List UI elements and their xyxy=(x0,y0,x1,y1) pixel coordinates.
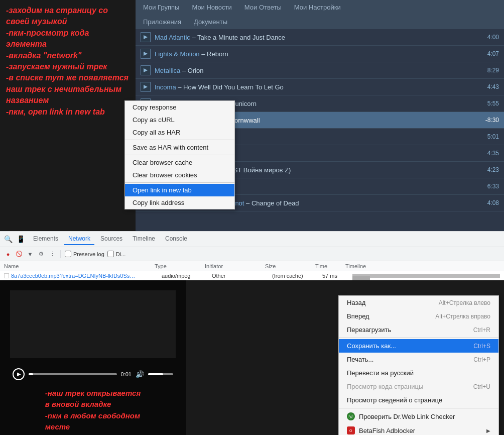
menu-view-source-shortcut: Ctrl+U xyxy=(473,383,490,390)
nav-groups[interactable]: Мои Группы xyxy=(141,2,182,13)
video-controls: ▶ 0:01 🔊 xyxy=(13,368,173,380)
menu-copy-link[interactable]: Copy link address xyxy=(125,196,234,209)
nav-settings[interactable]: Мои Настройки xyxy=(292,2,343,13)
search-icon[interactable]: 🔍 xyxy=(4,235,13,243)
music-nav: Мои Группы Мои Новости Мои Ответы Мои На… xyxy=(136,0,504,15)
track-duration-9: 4:23 xyxy=(479,166,499,173)
play-button[interactable]: ▶ xyxy=(13,368,25,380)
mobile-icon[interactable]: 📱 xyxy=(17,235,25,243)
menu-save-as-shortcut: Ctrl+S xyxy=(473,343,490,350)
tab-elements[interactable]: Elements xyxy=(29,233,62,245)
menu-view-source[interactable]: Просмотр кода страницы Ctrl+U xyxy=(339,380,498,393)
menu-forward-shortcut: Alt+Стрелка вправо xyxy=(435,313,490,320)
nav-apps[interactable]: Приложения xyxy=(141,17,184,27)
track-4[interactable]: Incoma – How Well Did You Learn To Let G… xyxy=(136,79,504,95)
menu-print[interactable]: Печать... Ctrl+P xyxy=(339,353,498,366)
bottom-line-3: -пкм в любом свободном xyxy=(45,410,141,422)
track-3[interactable]: Metallica – Orion 8:29 xyxy=(136,62,504,79)
track-duration-6: -8:30 xyxy=(479,117,499,124)
menu-clear-cache[interactable]: Clear browser cache xyxy=(125,156,234,169)
progress-bar[interactable] xyxy=(29,373,117,375)
progress-fill xyxy=(29,373,33,375)
menu-drweb-inner: W Проверить Dr.Web Link Checker xyxy=(347,412,455,420)
menu-drweb[interactable]: W Проверить Dr.Web Link Checker xyxy=(339,409,498,423)
menu-save-as[interactable]: Сохранить как... Ctrl+S xyxy=(339,339,498,353)
menu-save-har[interactable]: Save as HAR with content xyxy=(125,141,234,154)
menu-print-label: Печать... xyxy=(347,356,373,363)
nav-docs[interactable]: Документы xyxy=(191,17,230,27)
filter-icon[interactable]: ▼ xyxy=(26,250,34,258)
menu-betafish[interactable]: O BetaFish Adblocker ▶ xyxy=(339,423,498,435)
menu-clear-cookies[interactable]: Clear browser cookies xyxy=(125,169,234,181)
play-icon-4 xyxy=(141,82,151,92)
track-2[interactable]: Lights & Motion – Reborn 4:07 xyxy=(136,46,504,62)
network-row-type: audio/mpeg xyxy=(162,273,212,279)
col-header-timeline: Timeline xyxy=(345,263,500,269)
nav-news[interactable]: Мои Новости xyxy=(189,2,234,13)
svg-marker-3 xyxy=(144,85,148,89)
annotation-line-5: -в списке тут же появляется наш трек с н… xyxy=(6,72,130,106)
menu-forward[interactable]: Вперед Alt+Стрелка вправо xyxy=(339,309,498,323)
menu-translate-label: Перевести на русский xyxy=(347,369,414,377)
video-player xyxy=(10,290,176,358)
network-row-1[interactable]: 8a7a3cecb0eb.mp3?extra=DGENIyNB-lkfDs0Ss… xyxy=(0,271,504,280)
annotation-line-6: -пкм, open link in new tab xyxy=(6,106,130,118)
tab-sources[interactable]: Sources xyxy=(96,233,127,245)
tab-console[interactable]: Console xyxy=(161,233,191,245)
preserve-log-checkbox[interactable]: Preserve log xyxy=(65,251,104,257)
svg-text:W: W xyxy=(349,415,353,418)
menu-back-label: Назад xyxy=(347,299,365,306)
menu-betafish-label: BetaFish Adblocker xyxy=(359,427,415,434)
record-icon[interactable]: ● xyxy=(4,250,12,258)
menu-drweb-label: Проверить Dr.Web Link Checker xyxy=(359,413,455,420)
menu-open-new-tab[interactable]: Open link in new tab xyxy=(125,184,234,196)
menu-reload-label: Перезагрузить xyxy=(347,326,391,334)
menu-page-info[interactable]: Просмотр сведений о странице xyxy=(339,393,498,407)
bottom-sep-1 xyxy=(339,338,498,338)
track-duration-2: 4:07 xyxy=(479,50,499,57)
menu-separator-1 xyxy=(125,140,234,140)
top-annotation: -заходим на страницу со своей музыкой -п… xyxy=(0,0,136,231)
annotation-line-4: -запускаем нужный трек xyxy=(6,61,130,72)
play-icon-3 xyxy=(141,65,151,75)
bottom-annotation: -наш трек открывается в вновой вкладке -… xyxy=(38,380,148,436)
nav-answers[interactable]: Мои Ответы xyxy=(242,2,284,13)
settings-icon[interactable]: ⚙ xyxy=(37,250,45,258)
network-row-name: 8a7a3cecb0eb.mp3?extra=DGENIyNB-lkfDs0Ss… xyxy=(11,273,137,279)
track-1[interactable]: Mad Atlantic – Take a Minute and Just Da… xyxy=(136,29,504,46)
network-row-initiator: Other xyxy=(212,273,272,279)
network-row-size: (from cache) xyxy=(272,273,322,279)
bottom-sep-2 xyxy=(339,408,498,408)
menu-reload-shortcut: Ctrl+R xyxy=(473,327,490,334)
menu-back-shortcut: Alt+Стрелка влево xyxy=(439,299,490,306)
clear-icon[interactable]: 🚫 xyxy=(15,250,23,258)
menu-betafish-inner: O BetaFish Adblocker xyxy=(347,426,415,434)
col-header-size: Size xyxy=(265,263,315,269)
menu-view-source-label: Просмотр кода страницы xyxy=(347,383,423,390)
top-section: -заходим на страницу со своей музыкой -п… xyxy=(0,0,504,231)
menu-separator-2 xyxy=(125,155,234,155)
annotation-line-3: -вкладка "network" xyxy=(6,50,130,61)
annotation-line-1: -заходим на страницу со своей музыкой xyxy=(6,5,130,28)
devtools-toolbar: ● 🚫 ▼ ⚙ ⋮ Preserve log Di... xyxy=(0,247,504,261)
menu-back[interactable]: Назад Alt+Стрелка влево xyxy=(339,296,498,309)
preserve-log-input[interactable] xyxy=(65,251,71,257)
track-duration-7: 5:01 xyxy=(479,133,499,140)
disable-cache-input[interactable] xyxy=(107,251,114,257)
time-display: 0:01 xyxy=(121,371,132,377)
toolbar-sep-1 xyxy=(60,250,61,258)
menu-reload[interactable]: Перезагрузить Ctrl+R xyxy=(339,323,498,337)
play-icon-1 xyxy=(141,32,151,42)
volume-bar[interactable] xyxy=(148,373,173,375)
menu-copy-curl[interactable]: Copy as cURL xyxy=(125,114,234,126)
tab-timeline[interactable]: Timeline xyxy=(129,233,159,245)
volume-icon[interactable]: 🔊 xyxy=(136,370,144,378)
menu-translate[interactable]: Перевести на русский xyxy=(339,366,498,380)
network-table: Name Type Initiator Size Time Timeline 8… xyxy=(0,261,504,280)
menu-copy-har[interactable]: Copy all as HAR xyxy=(125,126,234,139)
tab-network[interactable]: Network xyxy=(64,233,94,245)
more-icon[interactable]: ⋮ xyxy=(48,250,56,258)
menu-page-info-label: Просмотр сведений о странице xyxy=(347,396,442,404)
menu-copy-response[interactable]: Copy response xyxy=(125,101,234,114)
disable-cache[interactable]: Di... xyxy=(107,251,126,257)
